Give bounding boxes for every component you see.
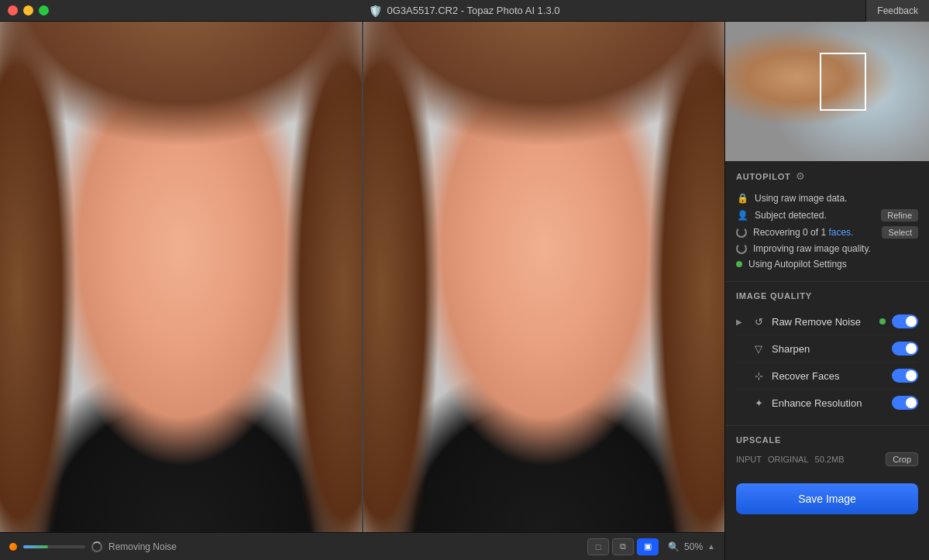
select-button[interactable]: Select: [882, 226, 918, 239]
autopilot-row-faces: Recovering 0 of 1 faces. Select: [736, 224, 918, 241]
bottom-spinner-icon: [91, 541, 102, 552]
resolution-icon: ✦: [752, 396, 766, 410]
quality-row-sharpen: ▽ Sharpen: [736, 335, 918, 362]
recover-faces-toggle[interactable]: [892, 369, 918, 383]
window-title: 0G3A5517.CR2 - Topaz Photo AI 1.3.0: [387, 5, 559, 16]
image-panel-right: [362, 22, 725, 560]
zoom-label: 50%: [684, 541, 703, 552]
upscale-title: UPSCALE: [736, 435, 781, 445]
settings-active-dot: [736, 261, 742, 267]
status-indicator: [9, 543, 17, 551]
image-person-left: [0, 22, 362, 560]
sharpen-label: Sharpen: [772, 343, 886, 355]
view-controls: □ ⧉ ▣: [587, 538, 659, 555]
titlebar: 🛡️ 0G3A5517.CR2 - Topaz Photo AI 1.3.0 F…: [0, 0, 929, 22]
progress-bar-fill: [23, 545, 48, 548]
sharpen-icon: ▽: [752, 342, 766, 356]
split-view-button[interactable]: ⧉: [612, 538, 634, 555]
minimize-button[interactable]: [23, 5, 33, 15]
sharpen-toggle[interactable]: [892, 342, 918, 356]
input-label: INPUT: [736, 455, 762, 464]
autopilot-row-subject: 👤 Subject detected. Refine: [736, 207, 918, 224]
main-layout: AUTOPILOT ⚙ 🔒 Using raw image data. 👤 Su…: [0, 22, 929, 560]
input-row: INPUT ORIGINAL 50.2MB Crop: [736, 452, 918, 466]
window-controls: [8, 5, 49, 15]
image-quality-section: IMAGE QUALITY ▶ ↺ Raw Remove Noise ▽ Sha…: [725, 282, 929, 426]
quality-row-noise: ▶ ↺ Raw Remove Noise: [736, 308, 918, 335]
lock-icon: 🔒: [736, 192, 748, 204]
recovering-text: Recovering 0 of 1 faces.: [753, 227, 876, 238]
preview-thumbnail: [725, 22, 929, 161]
improving-spinner-icon: [736, 243, 747, 254]
expand-noise-icon[interactable]: ▶: [736, 318, 745, 326]
recover-faces-label: Recover Faces: [772, 370, 886, 382]
enhance-resolution-label: Enhance Resolution: [772, 397, 886, 409]
image-area: [0, 22, 724, 560]
image-panel-left: [0, 22, 362, 560]
single-view-button[interactable]: □: [587, 538, 609, 555]
autopilot-settings-text: Using Autopilot Settings: [748, 259, 918, 270]
feedback-button[interactable]: Feedback: [865, 0, 929, 22]
noise-toggle[interactable]: [892, 314, 918, 328]
upscale-section: UPSCALE INPUT ORIGINAL 50.2MB Crop: [725, 426, 929, 476]
side-by-side-icon: ▣: [644, 541, 652, 551]
image-person-right: [363, 22, 725, 560]
subject-icon: 👤: [736, 209, 748, 222]
upscale-header: UPSCALE: [736, 435, 918, 445]
app-icon: 🛡️: [369, 5, 382, 17]
autopilot-row-settings: Using Autopilot Settings: [736, 256, 918, 272]
single-view-icon: □: [596, 542, 601, 551]
quality-title: IMAGE QUALITY: [736, 291, 812, 301]
quality-row-faces: ⊹ Recover Faces: [736, 362, 918, 390]
zoom-control: 🔍 50% ▲: [668, 541, 715, 552]
size-label: 50.2MB: [815, 455, 845, 464]
noise-icon: ↺: [752, 314, 766, 328]
autopilot-title: AUTOPILOT: [736, 172, 791, 181]
close-button[interactable]: [8, 5, 18, 15]
bottom-bar: Removing Noise □ ⧉ ▣ 🔍 50% ▲: [0, 532, 724, 560]
autopilot-section: AUTOPILOT ⚙ 🔒 Using raw image data. 👤 Su…: [725, 161, 929, 282]
progress-label: Removing Noise: [108, 541, 177, 552]
split-view-icon: ⧉: [620, 541, 626, 551]
progress-bar: [23, 545, 85, 548]
recovering-spinner-icon: [736, 227, 747, 238]
refine-button[interactable]: Refine: [881, 209, 918, 222]
enhance-resolution-toggle[interactable]: [892, 396, 918, 410]
crop-button[interactable]: Crop: [886, 452, 918, 466]
raw-image-text: Using raw image data.: [755, 193, 918, 204]
original-label: ORIGINAL: [768, 455, 809, 464]
autopilot-row-improving: Improving raw image quality.: [736, 241, 918, 256]
improving-text: Improving raw image quality.: [753, 243, 918, 254]
progress-area: Removing Noise: [9, 541, 578, 552]
save-image-button[interactable]: Save Image: [736, 483, 918, 514]
autopilot-row-raw: 🔒 Using raw image data.: [736, 190, 918, 207]
subject-text: Subject detected.: [755, 210, 875, 221]
window-title-area: 🛡️ 0G3A5517.CR2 - Topaz Photo AI 1.3.0: [369, 5, 559, 17]
face-canvas-left: [0, 22, 362, 560]
zoom-chevron-icon[interactable]: ▲: [707, 542, 715, 551]
sidebar: AUTOPILOT ⚙ 🔒 Using raw image data. 👤 Su…: [724, 22, 929, 560]
autopilot-header: AUTOPILOT ⚙: [736, 170, 918, 182]
gear-icon[interactable]: ⚙: [796, 170, 805, 182]
side-by-side-view-button[interactable]: ▣: [637, 538, 659, 555]
noise-label: Raw Remove Noise: [772, 316, 873, 328]
detected-text: detected.: [788, 210, 826, 221]
zoom-icon: 🔍: [668, 541, 680, 552]
faces-link[interactable]: faces.: [828, 227, 853, 238]
quality-header: IMAGE QUALITY: [736, 291, 918, 301]
subject-label: Subject: [755, 210, 786, 221]
face-canvas-right: [363, 22, 725, 560]
faces-quality-icon: ⊹: [752, 369, 766, 383]
quality-row-resolution: ✦ Enhance Resolution: [736, 390, 918, 416]
noise-active-dot: [879, 318, 886, 325]
maximize-button[interactable]: [39, 5, 49, 15]
thumbnail-focus-box: [820, 53, 866, 111]
